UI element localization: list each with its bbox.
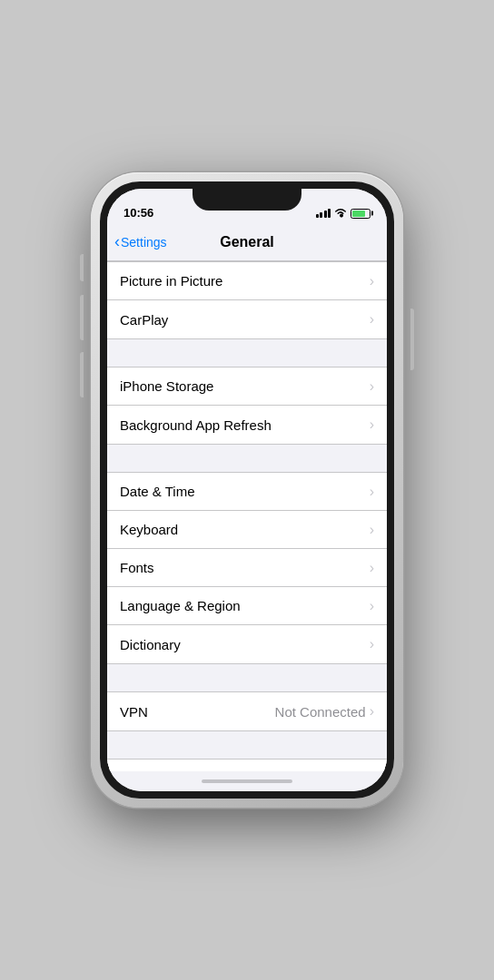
list-item-fonts[interactable]: Fonts ›	[107, 549, 387, 587]
phone-screen-outer: 10:56	[100, 181, 394, 799]
item-label-keyboard: Keyboard	[120, 522, 178, 537]
item-label-legal-regulatory: Legal & Regulatory	[120, 771, 236, 772]
section-storage: iPhone Storage › Background App Refresh …	[107, 367, 387, 445]
item-label-carplay: CarPlay	[120, 312, 168, 328]
chevron-icon: ›	[370, 484, 374, 500]
item-right-keyboard: ›	[370, 522, 374, 538]
power-button[interactable]	[410, 309, 414, 370]
mute-button[interactable]	[80, 254, 84, 281]
list-item-carplay[interactable]: CarPlay ›	[107, 300, 387, 338]
item-right-background-app-refresh: ›	[370, 416, 374, 433]
list-item-date-time[interactable]: Date & Time ›	[107, 473, 387, 511]
chevron-icon: ›	[370, 598, 374, 614]
item-right-legal-regulatory: ›	[370, 770, 374, 771]
chevron-icon: ›	[370, 703, 374, 720]
list-item-background-app-refresh[interactable]: Background App Refresh ›	[107, 406, 387, 444]
home-indicator	[107, 771, 387, 791]
chevron-icon: ›	[370, 311, 374, 328]
list-item-language-region[interactable]: Language & Region ›	[107, 587, 387, 625]
chevron-icon: ›	[370, 636, 374, 652]
item-label-picture-in-picture: Picture in Picture	[120, 273, 222, 289]
item-right-picture-in-picture: ›	[370, 273, 374, 289]
chevron-icon: ›	[370, 770, 374, 771]
gap-1	[107, 339, 387, 367]
notch	[193, 189, 301, 211]
item-right-language-region: ›	[370, 598, 374, 614]
gap-4	[107, 731, 387, 759]
item-label-fonts: Fonts	[120, 560, 154, 575]
vpn-status: Not Connected	[275, 704, 366, 720]
list-item-vpn[interactable]: VPN Not Connected ›	[107, 692, 387, 730]
item-right-dictionary: ›	[370, 636, 374, 652]
item-right-vpn: Not Connected ›	[275, 703, 374, 720]
item-label-dictionary: Dictionary	[120, 637, 181, 652]
item-label-background-app-refresh: Background App Refresh	[120, 417, 272, 433]
gap-2	[107, 445, 387, 472]
item-right-date-time: ›	[370, 484, 374, 500]
status-icons	[316, 207, 371, 220]
section-pip-carplay: Picture in Picture › CarPlay ›	[107, 261, 387, 339]
page-title: General	[220, 234, 274, 250]
item-label-language-region: Language & Region	[120, 598, 241, 613]
back-label: Settings	[121, 235, 167, 250]
item-right-iphone-storage: ›	[370, 378, 374, 395]
list-item-dictionary[interactable]: Dictionary ›	[107, 625, 387, 663]
chevron-icon: ›	[370, 560, 374, 576]
list-item-keyboard[interactable]: Keyboard ›	[107, 511, 387, 549]
list-item-picture-in-picture[interactable]: Picture in Picture ›	[107, 262, 387, 300]
back-button[interactable]: ‹ Settings	[114, 233, 167, 251]
section-list-vpn: VPN Not Connected ›	[107, 691, 387, 731]
section-list-legal: Legal & Regulatory ›	[107, 759, 387, 771]
signal-icon	[316, 209, 331, 218]
item-label-vpn: VPN	[120, 704, 148, 720]
list-item-iphone-storage[interactable]: iPhone Storage ›	[107, 368, 387, 406]
section-legal: Legal & Regulatory ›	[107, 759, 387, 771]
phone-frame: 10:56	[91, 172, 403, 808]
volume-down-button[interactable]	[80, 352, 84, 397]
section-list-date-dictionary: Date & Time › Keyboard › Fon	[107, 472, 387, 664]
item-label-iphone-storage: iPhone Storage	[120, 378, 213, 394]
section-list-pip-carplay: Picture in Picture › CarPlay ›	[107, 261, 387, 339]
home-bar	[202, 779, 292, 783]
section-list-storage: iPhone Storage › Background App Refresh …	[107, 367, 387, 445]
chevron-icon: ›	[370, 416, 374, 433]
gap-3	[107, 664, 387, 691]
battery-fill	[352, 211, 365, 217]
item-right-carplay: ›	[370, 311, 374, 328]
list-item-legal-regulatory[interactable]: Legal & Regulatory ›	[107, 760, 387, 771]
battery-icon	[351, 209, 370, 219]
screen: 10:56	[107, 189, 387, 791]
status-time: 10:56	[124, 206, 153, 220]
wifi-icon	[334, 207, 347, 220]
back-chevron-icon: ‹	[114, 232, 120, 251]
chevron-icon: ›	[370, 273, 374, 289]
section-vpn: VPN Not Connected ›	[107, 691, 387, 731]
item-label-date-time: Date & Time	[120, 484, 195, 499]
settings-content: Picture in Picture › CarPlay ›	[107, 261, 387, 771]
item-right-fonts: ›	[370, 560, 374, 576]
volume-up-button[interactable]	[80, 295, 84, 340]
nav-header: ‹ Settings General	[107, 223, 387, 261]
section-date-dictionary: Date & Time › Keyboard › Fon	[107, 472, 387, 664]
chevron-icon: ›	[370, 378, 374, 395]
chevron-icon: ›	[370, 522, 374, 538]
